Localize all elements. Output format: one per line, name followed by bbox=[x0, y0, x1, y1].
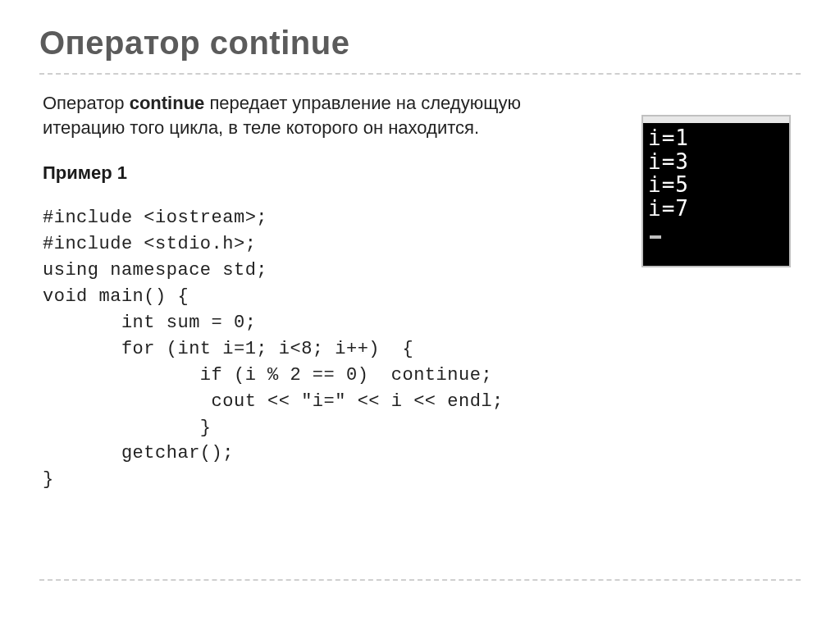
paragraph-prefix: Оператор bbox=[43, 93, 130, 113]
code-line: getchar(); bbox=[43, 443, 234, 463]
code-line: cout << "i=" << i << endl; bbox=[43, 391, 504, 412]
console-line: i=3 bbox=[648, 150, 784, 174]
divider-bottom bbox=[39, 579, 801, 581]
code-line: using namespace std; bbox=[43, 260, 267, 281]
console-titlebar bbox=[643, 116, 789, 123]
console-line: i=1 bbox=[648, 126, 784, 150]
code-line: int sum = 0; bbox=[43, 313, 256, 333]
console-output-window: i=1 i=3 i=5 i=7 bbox=[641, 115, 791, 267]
slide: Оператор continue Оператор continue пере… bbox=[0, 0, 840, 630]
code-line: #include <stdio.h>; bbox=[43, 234, 256, 254]
console-body: i=1 i=3 i=5 i=7 bbox=[643, 123, 789, 266]
code-line: } bbox=[43, 469, 54, 490]
paragraph-bold: continue bbox=[130, 93, 205, 113]
code-line: } bbox=[43, 418, 212, 438]
code-line: if (i % 2 == 0) continue; bbox=[43, 365, 492, 386]
console-line: i=5 bbox=[648, 173, 784, 197]
console-cursor bbox=[650, 235, 661, 239]
divider-top bbox=[39, 73, 801, 75]
slide-title: Оператор continue bbox=[39, 25, 801, 62]
code-line: void main() { bbox=[43, 286, 189, 307]
code-line: #include <iostream>; bbox=[43, 208, 267, 228]
console-line: i=7 bbox=[648, 197, 784, 221]
description-paragraph: Оператор continue передает управление на… bbox=[43, 91, 551, 139]
code-line: for (int i=1; i<8; i++) { bbox=[43, 339, 413, 359]
